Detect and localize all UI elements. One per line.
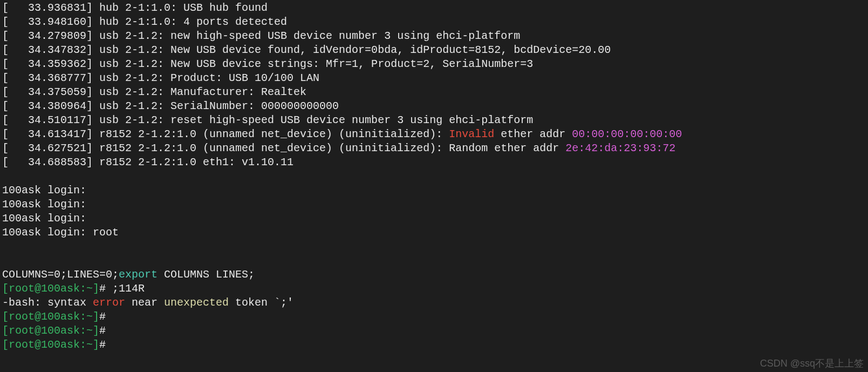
dmesg-line: [ 34.279809] usb 2-1.2: new high-speed U…	[2, 29, 868, 43]
terminal-output[interactable]: [ 33.936831] hub 2-1:1.0: USB hub found[…	[0, 0, 868, 352]
prompt-line: [root@100ask:~]# ;114R	[2, 282, 868, 296]
bash-unexpected: unexpected	[164, 296, 229, 309]
dmesg-timestamp: [ 34.359362]	[2, 58, 99, 70]
shell-prompt: [root@100ask:~]	[2, 324, 99, 337]
prompt-hash: #	[99, 339, 106, 351]
env-assign: COLUMNS=0;LINES=0;	[2, 268, 119, 281]
dmesg-timestamp: [ 33.948160]	[2, 16, 99, 28]
dmesg-device: r8152 2-1.2:1.0 eth1:	[99, 156, 242, 168]
dmesg-device: usb 2-1.2:	[99, 72, 170, 84]
dmesg-highlight: Invalid	[449, 128, 494, 140]
bash-error-text: token `;'	[229, 296, 293, 309]
mac-address: 00:00:00:00:00:00	[572, 128, 682, 140]
bash-error-text: -bash: syntax	[2, 296, 93, 309]
login-prompt: 100ask login: root	[2, 226, 119, 239]
prompt-hash: #	[99, 282, 106, 295]
dmesg-line: [ 33.948160] hub 2-1:1.0: 4 ports detect…	[2, 15, 868, 29]
login-line: 100ask login:	[2, 184, 868, 198]
dmesg-msg: 4 ports detected	[183, 16, 287, 28]
dmesg-timestamp: [ 34.368777]	[2, 72, 99, 84]
blank-line	[2, 254, 868, 268]
login-prompt: 100ask login:	[2, 184, 93, 197]
prompt-hash: #	[99, 324, 106, 337]
login-prompt: 100ask login:	[2, 198, 93, 211]
dmesg-line: [ 34.359362] usb 2-1.2: New USB device s…	[2, 57, 868, 71]
prompt-line: [root@100ask:~]#	[2, 310, 868, 324]
dmesg-line: [ 34.380964] usb 2-1.2: SerialNumber: 00…	[2, 99, 868, 113]
dmesg-msg: ether addr	[494, 128, 572, 140]
prompt-line: [root@100ask:~]#	[2, 324, 868, 338]
dmesg-device: r8152 2-1.2:1.0 (unnamed net_device) (un…	[99, 142, 449, 154]
watermark: CSDN @ssq不是上上签	[760, 357, 864, 370]
blank-line	[2, 170, 868, 184]
dmesg-device: usb 2-1.2:	[99, 100, 170, 112]
login-line: 100ask login:	[2, 198, 868, 212]
bash-error-word: error	[93, 296, 125, 309]
dmesg-timestamp: [ 34.688583]	[2, 156, 99, 168]
dmesg-line: [ 34.688583] r8152 2-1.2:1.0 eth1: v1.10…	[2, 155, 868, 170]
env-line: COLUMNS=0;LINES=0;export COLUMNS LINES;	[2, 268, 868, 282]
dmesg-msg: New USB device found, idVendor=0bda, idP…	[170, 44, 611, 56]
dmesg-device: usb 2-1.2:	[99, 58, 170, 70]
dmesg-device: usb 2-1.2:	[99, 114, 170, 126]
login-line: 100ask login: root	[2, 226, 868, 240]
dmesg-line: [ 34.368777] usb 2-1.2: Product: USB 10/…	[2, 71, 868, 85]
dmesg-device: hub 2-1:1.0:	[99, 16, 183, 28]
dmesg-msg: SerialNumber: 000000000000	[170, 100, 339, 112]
login-line: 100ask login:	[2, 212, 868, 226]
dmesg-line: [ 34.510117] usb 2-1.2: reset high-speed…	[2, 113, 868, 127]
dmesg-device: usb 2-1.2:	[99, 30, 170, 42]
dmesg-timestamp: [ 33.936831]	[2, 2, 99, 14]
dmesg-timestamp: [ 34.510117]	[2, 114, 99, 126]
dmesg-timestamp: [ 34.613417]	[2, 128, 99, 140]
dmesg-timestamp: [ 34.380964]	[2, 100, 99, 112]
shell-prompt: [root@100ask:~]	[2, 339, 99, 351]
prompt-line: [root@100ask:~]#	[2, 338, 868, 352]
bash-error-line: -bash: syntax error near unexpected toke…	[2, 296, 868, 310]
bash-error-text: near	[125, 296, 164, 309]
dmesg-msg: Product: USB 10/100 LAN	[170, 72, 319, 84]
dmesg-timestamp: [ 34.627521]	[2, 142, 99, 154]
dmesg-msg: reset high-speed USB device number 3 usi…	[170, 114, 533, 126]
blank-line	[2, 240, 868, 254]
dmesg-line: [ 34.613417] r8152 2-1.2:1.0 (unnamed ne…	[2, 127, 868, 141]
dmesg-device: hub 2-1:1.0:	[99, 2, 183, 14]
dmesg-timestamp: [ 34.375059]	[2, 86, 99, 98]
shell-prompt: [root@100ask:~]	[2, 310, 99, 323]
export-keyword: export	[119, 268, 158, 281]
env-vars: COLUMNS LINES;	[158, 268, 255, 281]
dmesg-device: usb 2-1.2:	[99, 44, 170, 56]
dmesg-line: [ 34.347832] usb 2-1.2: New USB device f…	[2, 43, 868, 57]
dmesg-msg: new high-speed USB device number 3 using…	[170, 30, 520, 42]
dmesg-device: r8152 2-1.2:1.0 (unnamed net_device) (un…	[99, 128, 449, 140]
dmesg-timestamp: [ 34.347832]	[2, 44, 99, 56]
dmesg-msg: New USB device strings: Mfr=1, Product=2…	[170, 58, 533, 70]
shell-prompt: [root@100ask:~]	[2, 282, 99, 295]
mac-address: 2e:42:da:23:93:72	[565, 142, 675, 154]
dmesg-msg: v1.10.11	[242, 156, 293, 168]
dmesg-line: [ 34.375059] usb 2-1.2: Manufacturer: Re…	[2, 85, 868, 99]
dmesg-msg: USB hub found	[183, 2, 268, 14]
dmesg-msg: Random ether addr	[449, 142, 565, 154]
dmesg-line: [ 33.936831] hub 2-1:1.0: USB hub found	[2, 1, 868, 15]
dmesg-timestamp: [ 34.279809]	[2, 30, 99, 42]
command-text: ;114R	[106, 282, 145, 295]
dmesg-device: usb 2-1.2:	[99, 86, 170, 98]
dmesg-msg: Manufacturer: Realtek	[170, 86, 306, 98]
prompt-hash: #	[99, 310, 106, 323]
dmesg-line: [ 34.627521] r8152 2-1.2:1.0 (unnamed ne…	[2, 141, 868, 155]
login-prompt: 100ask login:	[2, 212, 93, 225]
